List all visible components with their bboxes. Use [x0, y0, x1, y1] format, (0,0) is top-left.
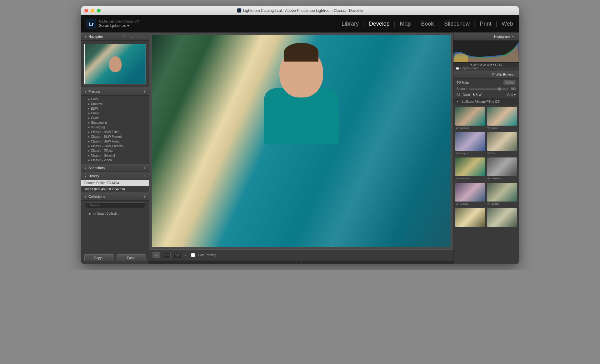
module-web[interactable]: Web [502, 21, 513, 27]
filter-all[interactable]: All [457, 93, 460, 97]
filter-bw[interactable]: B & W [473, 93, 482, 97]
navigator-header[interactable]: ▼Navigator FIT FILL 1:1 3:1 [81, 32, 149, 41]
zoom-fit[interactable]: FIT [122, 35, 127, 38]
left-panel: ▼Navigator FIT FILL 1:1 3:1 ▼Presets + ▶… [81, 32, 149, 264]
module-map[interactable]: Map [400, 21, 411, 27]
right-panel: Histogram▼ R 41.2 G 48.6 B 52.4 % Origin… [453, 32, 519, 264]
view-options-menu[interactable]: ▾ [184, 253, 186, 257]
history-item[interactable]: Import (08/04/2018 11:42:58) [81, 186, 149, 192]
module-print[interactable]: Print [480, 21, 492, 27]
history-item[interactable]: Camera Profile: TO-Maia [81, 180, 149, 186]
app-icon: Lr [237, 8, 241, 12]
module-picker: Library| Develop| Map| Book| Slideshow| … [342, 21, 513, 27]
history-list: Camera Profile: TO-Maia Import (08/04/20… [81, 180, 149, 192]
add-preset-button[interactable]: + [143, 89, 146, 94]
preset-group[interactable]: ▶Color [88, 97, 149, 102]
preset-group[interactable]: ▶Classic - General [88, 153, 149, 158]
preset-group[interactable]: ▶Classic - B&W Presets [88, 134, 149, 139]
image-canvas[interactable] [149, 32, 453, 249]
identity-plate[interactable]: Lr Adobe Lightroom Classic CC Goran Ljub… [87, 19, 139, 28]
presets-header[interactable]: ▼Presets + [81, 87, 149, 96]
app-window: Lr Lightroom Catalog.lrcat - Adobe Photo… [81, 6, 519, 264]
bottom-toolbar: ▭ R|A Y|Y ▾ Soft Proofing [149, 249, 453, 261]
preset-group[interactable]: ▶Classic - B&W Toned [88, 139, 149, 144]
lr-logo-icon: Lr [87, 19, 96, 28]
collections-search-input[interactable]: ⌕ Search [84, 202, 146, 208]
profile-thumb[interactable]: VF-Scopius [455, 183, 485, 206]
module-library[interactable]: Library [342, 21, 359, 27]
preset-group[interactable]: ▶Grain [88, 116, 149, 120]
amount-label: Amount [457, 87, 467, 91]
snapshots-header[interactable]: ▼Snapshots + [81, 164, 149, 172]
add-collection-button[interactable]: + [143, 194, 146, 199]
view-mode-dropdown[interactable]: Grid ▾ [507, 93, 516, 97]
profile-group-header[interactable]: ▼Lutify.me Vintage Films (26) [453, 98, 519, 105]
profile-thumb[interactable]: VF-Sadatoni [455, 107, 485, 130]
amount-value[interactable]: 100 [510, 87, 516, 91]
minimize-window-button[interactable] [91, 9, 94, 12]
module-book[interactable]: Book [421, 21, 434, 27]
preset-group[interactable]: ▶Vignetting [88, 125, 149, 130]
titlebar: Lr Lightroom Catalog.lrcat - Adobe Photo… [81, 6, 519, 15]
profile-thumb[interactable] [455, 208, 485, 229]
before-after-lr-button[interactable]: R|A [163, 252, 171, 258]
close-profile-browser-button[interactable]: Close [503, 80, 516, 85]
add-snapshot-button[interactable]: + [143, 165, 146, 170]
profile-thumb[interactable]: VF-Schedar [487, 157, 517, 181]
preset-group[interactable]: ▶Classic - B&W Filter [88, 130, 149, 134]
soft-proofing-label: Soft Proofing [198, 253, 216, 257]
history-header[interactable]: ▼History × [81, 172, 149, 180]
search-icon: ⌕ [87, 204, 89, 207]
close-window-button[interactable] [84, 9, 88, 12]
filter-color[interactable]: Color [462, 93, 470, 97]
profile-thumb[interactable]: VF-Sargas [455, 132, 485, 156]
loupe-view-button[interactable]: ▭ [152, 252, 160, 258]
preset-group[interactable]: ▶Creative [88, 102, 149, 106]
preset-group[interactable]: ▶Classic - Color Presets [88, 144, 149, 148]
preset-group[interactable]: ▶Curve [88, 111, 149, 116]
preset-group[interactable]: ▶Classic - Effects [88, 148, 149, 153]
current-profile-name: TO-Maia [457, 81, 469, 84]
histogram-header[interactable]: Histogram▼ [453, 32, 519, 41]
presets-list: ▶Color ▶Creative ▶B&W ▶Curve ▶Grain ▶Sha… [81, 96, 149, 164]
profile-browser-header[interactable]: Profile Browser [453, 71, 519, 79]
module-develop[interactable]: Develop [369, 21, 390, 27]
main-photo [152, 35, 451, 247]
soft-proofing-checkbox[interactable] [191, 253, 195, 257]
app-name: Adobe Lightroom Classic CC [99, 19, 139, 23]
traffic-lights [84, 9, 101, 12]
zoom-window-button[interactable] [97, 9, 101, 12]
profile-thumb[interactable]: VF-Saiph [487, 107, 517, 130]
zoom-3-1[interactable]: 3:1 [142, 35, 146, 38]
window-title: Lr Lightroom Catalog.lrcat - Adobe Photo… [237, 8, 363, 13]
smart-collections[interactable]: ▶▭ Smart Collecti... [81, 210, 149, 217]
module-slideshow[interactable]: Slideshow [444, 21, 470, 27]
copy-button[interactable]: Copy... [84, 254, 114, 261]
collections-header[interactable]: ▼Collections + [81, 192, 149, 201]
filmstrip-grip[interactable] [149, 261, 453, 264]
zoom-fill[interactable]: FILL [129, 35, 134, 38]
rgb-readout: R 41.2 G 48.6 B 52.4 % [453, 63, 519, 67]
navigator-preview[interactable] [81, 41, 149, 87]
before-after-tb-button[interactable]: Y|Y [174, 252, 181, 258]
clear-history-button[interactable]: × [143, 173, 146, 178]
profile-grid[interactable]: VF-Sadatoni VF-Saiph VF-Sargas VF-Savi V… [453, 105, 519, 264]
preset-group[interactable]: ▶Classic - Video [88, 158, 149, 162]
profile-thumb[interactable] [487, 208, 517, 229]
identity-plate-bar: Lr Adobe Lightroom Classic CC Goran Ljub… [81, 15, 519, 32]
profile-thumb[interactable]: VF-Savi [487, 132, 517, 156]
preset-group[interactable]: ▶B&W [88, 106, 149, 111]
profile-thumb[interactable]: VF-Segasi [487, 183, 517, 206]
preset-group[interactable]: ▶Sharpening [88, 120, 149, 125]
folder-icon: ▭ [93, 212, 96, 215]
zoom-1-1[interactable]: 1:1 [136, 35, 140, 38]
user-name: Goran Ljubuncic [99, 23, 126, 28]
paste-button[interactable]: Paste [117, 254, 146, 261]
profile-thumb[interactable]: VF-Sceptrum [455, 157, 485, 181]
histogram-display[interactable]: R 41.2 G 48.6 B 52.4 % [453, 41, 519, 66]
center-panel: ▭ R|A Y|Y ▾ Soft Proofing [149, 32, 453, 264]
amount-slider[interactable] [469, 88, 508, 90]
